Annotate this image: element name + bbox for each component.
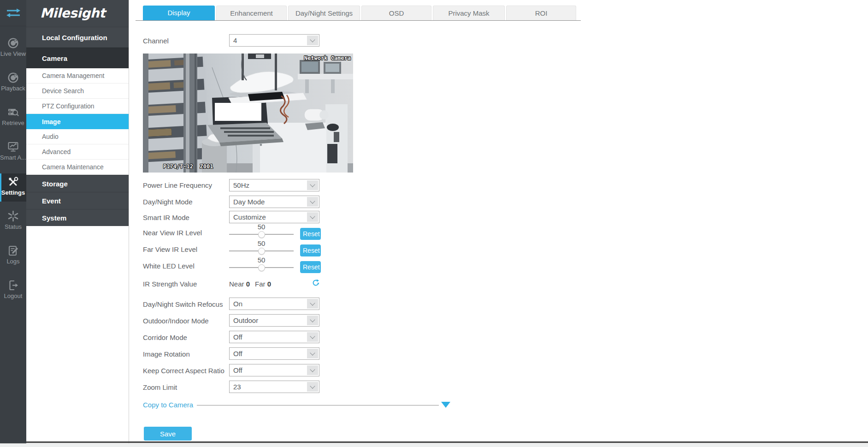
nav-item-device-search[interactable]: Device Search: [26, 83, 129, 99]
zoom-limit-select[interactable]: 23: [229, 381, 319, 393]
rail-item-live-view[interactable]: Live View: [0, 37, 26, 66]
nav-item-audio[interactable]: Audio: [26, 129, 129, 144]
keep-correct-aspect-ratio-label: Keep Correct Aspect Ratio: [143, 367, 224, 375]
near-view-ir-level-slider[interactable]: [229, 234, 294, 235]
ir-strength-near: Near 0: [229, 280, 250, 288]
rail-item-retrieve[interactable]: Retrieve: [0, 106, 26, 135]
nav-panel: Milesight Local Configuration Camera Cam…: [26, 0, 129, 443]
tab-enhancement[interactable]: Enhancement: [216, 6, 287, 20]
nav-item-advanced[interactable]: Advanced: [26, 144, 129, 160]
power-line-frequency-label: Power Line Frequency: [143, 181, 212, 189]
milesight-logo: Milesight: [40, 6, 105, 21]
horizontal-scrollbar[interactable]: [0, 443, 868, 447]
tab-underline: [136, 20, 581, 21]
nav-item-image[interactable]: Image: [26, 114, 129, 129]
rail-item-playback[interactable]: Playback: [0, 72, 26, 100]
tab-roi[interactable]: ROI: [506, 6, 576, 20]
far-view-ir-level-slider[interactable]: [229, 250, 294, 251]
far-view-ir-level-value: 50: [252, 239, 271, 247]
save-button[interactable]: Save: [144, 427, 192, 441]
copy-to-camera-expand-icon[interactable]: [441, 402, 450, 408]
refresh-icon[interactable]: [312, 279, 320, 287]
white-led-level-value: 50: [252, 256, 271, 264]
day-night-switch-refocus-label: Day/Night Switch Refocus: [143, 300, 223, 308]
app-window: Live View Playback Retrieve: [0, 0, 868, 447]
rail-item-settings[interactable]: Settings: [0, 173, 26, 202]
chevron-down-icon: [307, 36, 318, 45]
outdoor-indoor-mode-select[interactable]: Outdoor: [229, 314, 319, 327]
rail-item-logout[interactable]: Logout: [0, 279, 26, 308]
smart-ir-mode-label: Smart IR Mode: [143, 214, 189, 221]
day-night-mode-select[interactable]: Day Mode: [229, 196, 319, 208]
day-night-switch-refocus-select[interactable]: On: [229, 298, 319, 310]
rail-item-smart-analysis[interactable]: Smart A...: [0, 141, 26, 169]
logo-block: Milesight: [26, 0, 129, 27]
chevron-down-icon: [307, 382, 318, 392]
nav-item-camera-management[interactable]: Camera Management: [26, 68, 129, 83]
nav-section-event[interactable]: Event: [26, 192, 129, 209]
osd-ptz-position: P174/T-12 Z001: [163, 163, 213, 170]
nav-item-camera-maintenance[interactable]: Camera Maintenance: [26, 160, 129, 175]
settings-tools-icon: [7, 176, 19, 188]
tab-display[interactable]: Display: [143, 6, 215, 20]
pane-bottom-border: [26, 441, 868, 443]
nav-section-system[interactable]: System: [26, 209, 129, 226]
sidebar-collapse-toggle[interactable]: [0, 0, 26, 26]
near-view-ir-level-slider-knob[interactable]: [258, 231, 265, 238]
privacy-mask-overlay: [215, 103, 261, 121]
white-led-level-slider-knob[interactable]: [258, 264, 265, 271]
outdoor-indoor-mode-label: Outdoor/Indoor Mode: [143, 317, 209, 325]
live-view-icon: [7, 37, 19, 49]
logs-icon: [7, 244, 19, 257]
chevron-down-icon: [307, 299, 318, 309]
nav-section-local-configuration[interactable]: Local Configuration: [26, 27, 129, 48]
playback-icon: [7, 72, 19, 84]
channel-select[interactable]: 4: [229, 34, 319, 47]
tab-privacy-mask[interactable]: Privacy Mask: [433, 6, 505, 20]
corridor-mode-label: Corridor Mode: [143, 334, 187, 341]
chevron-down-icon: [307, 349, 318, 358]
zoom-limit-label: Zoom Limit: [143, 383, 177, 391]
smart-ir-mode-select[interactable]: Customize: [229, 211, 319, 223]
status-icon: [7, 210, 19, 222]
main-content: Display Enhancement Day/Night Settings O…: [129, 0, 868, 441]
rail-item-logs[interactable]: Logs: [0, 244, 26, 273]
copy-to-camera-divider: [197, 405, 439, 405]
corridor-mode-select[interactable]: Off: [229, 331, 319, 343]
chevron-down-icon: [307, 316, 318, 325]
tab-day-night-settings[interactable]: Day/Night Settings: [288, 6, 360, 20]
far-view-ir-level-label: Far View IR Level: [143, 245, 197, 253]
near-view-ir-level-value: 50: [252, 223, 271, 231]
image-rotation-select[interactable]: Off: [229, 347, 319, 360]
far-view-ir-level-slider-knob[interactable]: [258, 248, 265, 255]
chevron-down-icon: [307, 365, 318, 375]
day-night-mode-label: Day/Night Mode: [143, 198, 193, 206]
nav-section-camera[interactable]: Camera: [26, 48, 129, 68]
white-led-level-slider[interactable]: [229, 267, 294, 268]
keep-correct-aspect-ratio-select[interactable]: Off: [229, 364, 319, 376]
collapse-arrows-icon: [5, 6, 22, 19]
near-view-ir-level-label: Near View IR Level: [143, 229, 202, 237]
logout-icon: [7, 279, 19, 292]
chevron-down-icon: [307, 212, 318, 222]
chevron-down-icon: [307, 197, 318, 207]
nav-item-ptz-configuration[interactable]: PTZ Configuration: [26, 99, 129, 114]
power-line-frequency-select[interactable]: 50Hz: [229, 179, 319, 191]
osd-camera-name: Network Camera: [304, 55, 351, 61]
ir-strength-label: IR Strength Value: [143, 280, 197, 288]
copy-to-camera-link[interactable]: Copy to Camera: [143, 401, 193, 409]
near-view-ir-reset-button[interactable]: Reset: [300, 228, 321, 240]
nav-section-storage[interactable]: Storage: [26, 175, 129, 192]
chevron-down-icon: [307, 180, 318, 190]
camera-preview: Network Camera P174/T-12 Z001: [143, 54, 353, 173]
rail-item-status[interactable]: Status: [0, 210, 26, 238]
image-rotation-label: Image Rotation: [143, 350, 190, 358]
white-led-reset-button[interactable]: Reset: [300, 261, 321, 273]
ir-strength-far: Far 0: [255, 280, 271, 288]
icon-rail: Live View Playback Retrieve: [0, 0, 26, 443]
tab-osd[interactable]: OSD: [361, 6, 431, 20]
chevron-down-icon: [307, 332, 318, 342]
white-led-level-label: White LED Level: [143, 262, 195, 270]
retrieve-icon: [7, 106, 19, 119]
far-view-ir-reset-button[interactable]: Reset: [300, 244, 321, 256]
